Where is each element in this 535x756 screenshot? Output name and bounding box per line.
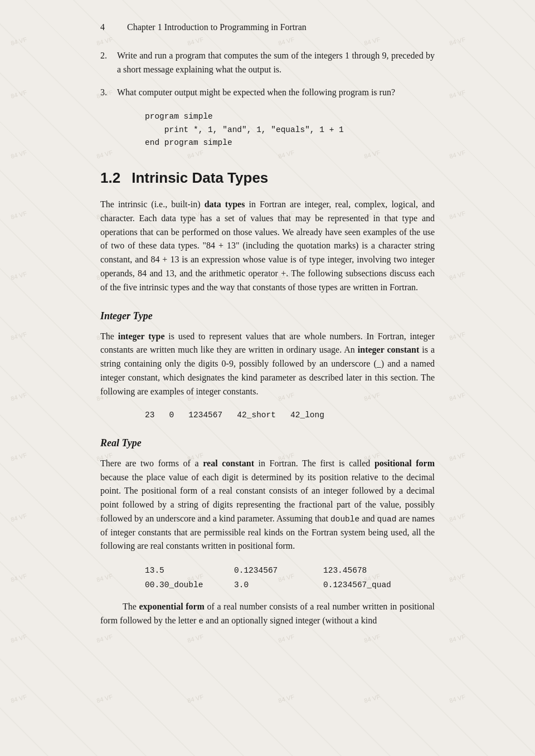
page-number: 4	[100, 22, 105, 32]
list-number-3: 3.	[100, 86, 117, 100]
constant-13-5: 13.5	[145, 563, 212, 578]
integer-constants-example: 23 0 1234567 42_short 42_long	[145, 409, 435, 422]
constant-0-1234567-quad: 0.1234567_quad	[323, 578, 391, 592]
code-quad: quad	[377, 515, 397, 524]
page-header: 4 Chapter 1 Introduction to Programming …	[100, 22, 435, 32]
bold-exponential-form: exponential form	[139, 602, 204, 611]
constants-row-1: 13.5 0.1234567 123.45678	[145, 563, 435, 578]
exercise-2-text: Write and run a program that computes th…	[117, 49, 435, 77]
constant-0-1234567: 0.1234567	[234, 563, 301, 578]
constant-00-30-double: 00.30_double	[145, 578, 212, 592]
bold-integer-type: integer type	[118, 331, 165, 341]
subsection-title-real: Real Type	[100, 437, 142, 448]
constant-123-45678: 123.45678	[323, 563, 390, 578]
real-constants-table: 13.5 0.1234567 123.45678 00.30_double 3.…	[145, 563, 435, 592]
section-1-2-body: The intrinsic (i.e., built-in) data type…	[100, 198, 435, 295]
list-number-2: 2.	[100, 49, 117, 77]
section-heading-1-2: 1.2 Intrinsic Data Types	[100, 169, 435, 187]
bold-integer-constant: integer constant	[358, 345, 419, 354]
bold-positional-form: positional form	[374, 459, 435, 468]
bold-real-constant: real constant	[203, 459, 254, 468]
exercise-list: 2. Write and run a program that computes…	[100, 49, 435, 99]
real-type-body-1: There are two forms of a real constant i…	[100, 457, 435, 554]
bold-data-types: data types	[205, 199, 245, 209]
list-item: 2. Write and run a program that computes…	[100, 49, 435, 77]
integer-type-body: The integer type is used to represent va…	[100, 330, 435, 399]
constant-3-0: 3.0	[234, 578, 301, 592]
list-item: 3. What computer output might be expecte…	[100, 86, 435, 100]
section-title: Intrinsic Data Types	[132, 169, 268, 187]
section-number: 1.2	[100, 169, 120, 187]
exercise-3-text: What computer output might be expected w…	[117, 86, 435, 100]
subsection-heading-real: Real Type	[100, 437, 435, 449]
chapter-title: Chapter 1 Introduction to Programming in…	[127, 22, 307, 32]
page-content: 4 Chapter 1 Introduction to Programming …	[67, 0, 468, 661]
code-double: double	[330, 515, 359, 524]
real-type-body-2: The exponential form of a real number co…	[100, 600, 435, 628]
code-block-1: program simple print *, 1, "and", 1, "eq…	[145, 110, 435, 149]
constants-row-2: 00.30_double 3.0 0.1234567_quad	[145, 578, 435, 592]
subsection-title-integer: Integer Type	[100, 310, 153, 321]
subsection-heading-integer: Integer Type	[100, 310, 435, 322]
code-e: e	[198, 617, 203, 626]
